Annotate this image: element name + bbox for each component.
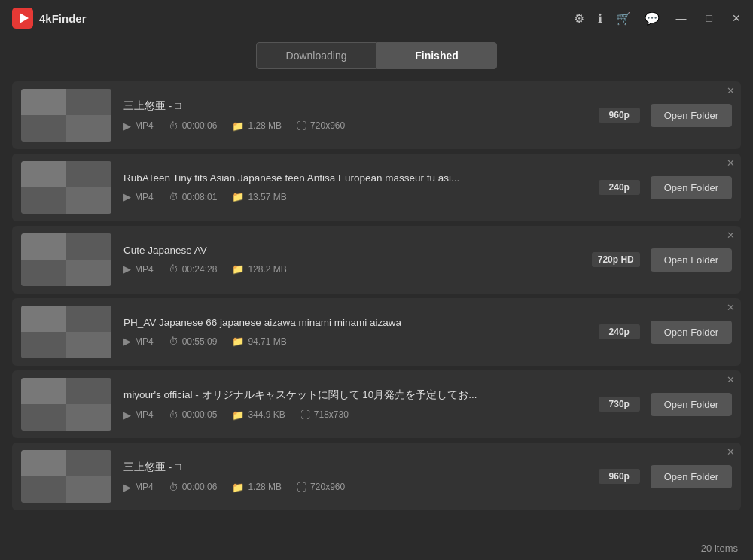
item-size: 344.9 KB [248,409,285,420]
tabbar: Downloading Finished [0,36,753,75]
duration-icon: ⏱ [169,263,178,275]
item-thumbnail [21,378,111,431]
item-meta: ▶MP4⏱00:24:28📁128.2 MB [123,263,581,275]
item-size: 1.28 MB [248,482,282,492]
item-title: 三上悠亜 - □ [123,461,588,474]
item-format: MP4 [135,192,154,202]
folder-icon: 📁 [232,336,244,347]
item-info: 三上悠亜 - □▶MP4⏱00:00:06📁1.28 MB⛶720x960 [123,99,588,132]
titlebar: 4kFinder ⚙ ℹ 🛒 💬 — □ ✕ [0,0,753,36]
item-title: miyour's official - オリジナルキャスケットに関して 10月発… [123,388,588,402]
quality-badge: 240p [599,180,640,195]
quality-badge: 730p [599,397,640,412]
item-info: miyour's official - オリジナルキャスケットに関して 10月発… [123,388,588,421]
open-folder-button[interactable]: Open Folder [651,104,732,127]
titlebar-controls: ⚙ ℹ 🛒 💬 — □ ✕ [574,0,744,36]
format-icon: ▶ [123,482,131,493]
open-folder-button[interactable]: Open Folder [651,248,732,272]
tab-downloading[interactable]: Downloading [256,42,376,69]
remove-item-button[interactable]: ✕ [727,86,735,96]
item-meta: ▶MP4⏱00:08:01📁13.57 MB [123,191,588,202]
content-area: 三上悠亜 - □▶MP4⏱00:00:06📁1.28 MB⛶720x960960… [0,75,753,536]
duration-icon: ⏱ [169,120,178,132]
item-size: 13.57 MB [248,192,286,202]
quality-badge: 960p [599,469,640,484]
remove-item-button[interactable]: ✕ [727,303,735,312]
item-duration: 00:55:09 [182,336,218,347]
chat-icon[interactable]: 💬 [645,11,660,26]
resolution-icon: ⛶ [297,120,306,132]
maximize-button[interactable]: □ [703,11,715,26]
format-icon: ▶ [123,409,131,421]
item-resolution: 720x960 [310,482,345,492]
list-item: RubATeen Tiny tits Asian Japanese teen A… [12,154,741,221]
resolution-icon: ⛶ [300,409,310,421]
cart-icon[interactable]: 🛒 [616,11,631,26]
item-thumbnail [21,450,111,503]
duration-icon: ⏱ [169,191,178,202]
item-thumbnail [21,233,111,286]
item-title: PH_AV Japanese 66 japanese aizawa minami… [123,317,588,328]
open-folder-button[interactable]: Open Folder [651,465,732,488]
item-duration: 00:08:01 [182,192,218,202]
item-resolution: 720x960 [310,120,345,131]
remove-item-button[interactable]: ✕ [727,447,735,457]
item-size: 128.2 MB [248,264,286,275]
item-count: 20 items [701,543,738,554]
folder-icon: 📁 [232,482,244,493]
item-title: 三上悠亜 - □ [123,99,588,113]
format-icon: ▶ [123,263,131,275]
item-format: MP4 [135,336,154,347]
item-meta: ▶MP4⏱00:00:06📁1.28 MB⛶720x960 [123,120,588,132]
item-thumbnail [21,306,111,358]
folder-icon: 📁 [232,191,244,202]
folder-icon: 📁 [232,263,244,275]
item-meta: ▶MP4⏱00:00:06📁1.28 MB⛶720x960 [123,482,588,493]
app-title: 4kFinder [39,12,87,25]
settings-icon[interactable]: ⚙ [574,11,584,26]
item-size: 94.71 MB [248,336,286,347]
item-title: Cute Japanese AV [123,245,581,256]
close-button[interactable]: ✕ [729,11,744,26]
list-item: 三上悠亜 - □▶MP4⏱00:00:06📁1.28 MB⛶720x960960… [12,443,741,510]
item-format: MP4 [135,264,154,275]
list-item: 三上悠亜 - □▶MP4⏱00:00:06📁1.28 MB⛶720x960960… [12,81,741,149]
tab-finished[interactable]: Finished [376,42,497,69]
resolution-icon: ⛶ [297,482,306,493]
item-info: PH_AV Japanese 66 japanese aizawa minami… [123,317,588,347]
item-duration: 00:24:28 [182,264,218,275]
item-duration: 00:00:06 [182,120,218,131]
item-info: Cute Japanese AV▶MP4⏱00:24:28📁128.2 MB [123,245,581,275]
item-thumbnail [21,161,111,214]
list-item: Cute Japanese AV▶MP4⏱00:24:28📁128.2 MB72… [12,226,741,294]
item-format: MP4 [135,120,154,131]
list-item: miyour's official - オリジナルキャスケットに関して 10月発… [12,370,741,438]
remove-item-button[interactable]: ✕ [727,158,735,168]
duration-icon: ⏱ [169,482,178,493]
quality-badge: 960p [599,108,640,123]
quality-badge: 720p HD [592,252,640,267]
remove-item-button[interactable]: ✕ [727,375,735,385]
item-meta: ▶MP4⏱00:55:09📁94.71 MB [123,336,588,347]
list-item: PH_AV Japanese 66 japanese aizawa minami… [12,298,741,366]
item-info: 三上悠亜 - □▶MP4⏱00:00:06📁1.28 MB⛶720x960 [123,461,588,493]
remove-item-button[interactable]: ✕ [727,230,735,240]
item-format: MP4 [135,409,154,420]
folder-icon: 📁 [232,120,244,132]
duration-icon: ⏱ [169,336,178,347]
open-folder-button[interactable]: Open Folder [651,176,732,199]
open-folder-button[interactable]: Open Folder [651,321,732,344]
item-duration: 00:00:05 [182,409,218,420]
format-icon: ▶ [123,336,131,347]
item-format: MP4 [135,482,154,492]
duration-icon: ⏱ [169,409,178,421]
format-icon: ▶ [123,120,131,132]
quality-badge: 240p [599,324,640,339]
minimize-button[interactable]: — [673,11,690,26]
info-icon[interactable]: ℹ [598,11,602,26]
open-folder-button[interactable]: Open Folder [651,393,732,416]
folder-icon: 📁 [232,409,244,421]
format-icon: ▶ [123,191,131,202]
item-thumbnail [21,89,111,142]
item-resolution: 718x730 [314,409,349,420]
